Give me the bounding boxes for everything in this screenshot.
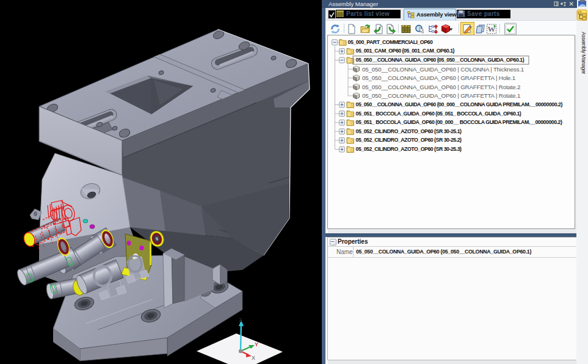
svg-text:X: X [252, 355, 255, 361]
svg-text:Y: Y [255, 341, 258, 348]
svg-text:Z: Z [239, 317, 242, 323]
